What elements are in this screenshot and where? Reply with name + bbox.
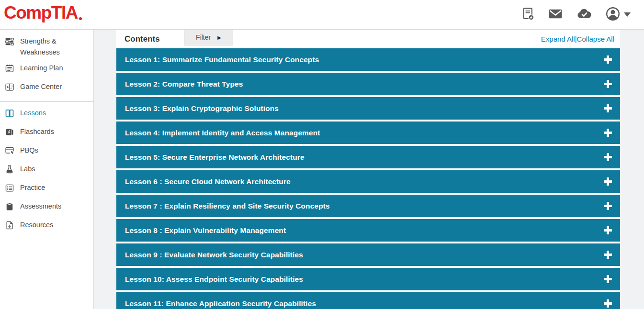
plus-icon[interactable]: [604, 153, 612, 161]
lesson-accordion-11[interactable]: Lesson 11: Enhance Application Security …: [116, 292, 620, 309]
sidebar: Strengths & Weaknesses Learning Plan: [0, 30, 94, 309]
header-icon-group: [522, 6, 631, 23]
plus-icon[interactable]: [604, 226, 612, 234]
caret-down-icon: [624, 12, 631, 17]
plus-icon[interactable]: [604, 177, 612, 186]
plus-icon[interactable]: [604, 129, 612, 137]
learning-plan-icon: [5, 63, 14, 77]
lesson-title: Lesson 1: Summarize Fundamental Security…: [125, 55, 319, 64]
sidebar-item-labs[interactable]: Labs: [0, 161, 93, 180]
lesson-accordion-6[interactable]: Lesson 6 : Secure Cloud Network Architec…: [116, 170, 620, 193]
plus-icon[interactable]: [604, 80, 612, 88]
plus-icon[interactable]: [604, 104, 612, 112]
sidebar-item-label: PBQs: [20, 145, 38, 156]
plus-icon[interactable]: [604, 299, 612, 308]
lesson-accordion-10[interactable]: Lesson 10: Assess Endpoint Security Capa…: [116, 268, 620, 290]
plus-icon[interactable]: [604, 251, 612, 259]
lesson-accordion-9[interactable]: Lesson 9 : Evaluate Network Security Cap…: [116, 243, 620, 266]
sidebar-item-game-center[interactable]: Game Center: [0, 79, 93, 98]
sidebar-item-pbqs[interactable]: PBQs: [0, 143, 93, 161]
lesson-accordion-1[interactable]: Lesson 1: Summarize Fundamental Security…: [116, 48, 620, 71]
sidebar-item-label: Game Center: [20, 81, 62, 92]
sidebar-separator: [0, 101, 93, 102]
lesson-title: Lesson 7 : Explain Resiliency and Site S…: [125, 202, 330, 210]
mail-icon: [548, 7, 563, 22]
cloud-check-icon: [576, 7, 592, 22]
sidebar-item-label: Practice: [20, 182, 45, 193]
messages-button[interactable]: [548, 7, 563, 22]
assessments-clipboard-icon: [5, 201, 14, 215]
contents-header: Contents Filter ▶ Expand All|Collapse Al…: [116, 30, 620, 48]
game-center-icon: [5, 81, 14, 95]
resources-download-doc-icon: [5, 220, 14, 233]
flashcards-icon: [5, 126, 14, 140]
registered-mark-dot: [79, 17, 82, 20]
collapse-all-link[interactable]: Collapse All: [577, 35, 614, 43]
sidebar-item-resources[interactable]: Resources: [0, 217, 93, 236]
lesson-title: Lesson 4: Implement Identity and Access …: [125, 129, 320, 137]
sidebar-item-label: Labs: [20, 164, 35, 175]
page-title: Contents: [124, 34, 160, 44]
lesson-accordion-3[interactable]: Lesson 3: Explain Cryptographic Solution…: [116, 97, 620, 120]
sidebar-item-strengths-weaknesses[interactable]: Strengths & Weaknesses: [0, 33, 93, 60]
lesson-accordion-8[interactable]: Lesson 8 : Explain Vulnerability Managem…: [116, 219, 620, 242]
lesson-accordion-2[interactable]: Lesson 2: Compare Threat Types: [116, 73, 620, 95]
plus-icon[interactable]: [604, 275, 612, 283]
transcript-button[interactable]: [522, 7, 535, 22]
filter-button[interactable]: Filter ▶: [184, 30, 233, 45]
cloud-sync-button[interactable]: [576, 7, 592, 22]
lesson-title: Lesson 6 : Secure Cloud Network Architec…: [125, 177, 291, 186]
sidebar-item-assessments[interactable]: Assessments: [0, 199, 93, 217]
sidebar-item-practice[interactable]: Practice: [0, 180, 93, 199]
sidebar-item-label: Flashcards: [20, 126, 54, 137]
practice-list-icon: [5, 182, 14, 196]
lesson-accordion-7[interactable]: Lesson 7 : Explain Resiliency and Site S…: [116, 195, 620, 217]
strengths-icon: [5, 36, 14, 50]
lesson-title: Lesson 3: Explain Cryptographic Solution…: [125, 104, 279, 113]
labs-flask-icon: [5, 164, 14, 177]
plus-icon[interactable]: [604, 202, 612, 210]
lesson-title: Lesson 11: Enhance Application Security …: [125, 299, 316, 308]
comptia-logo-text: CompTIA: [4, 4, 78, 22]
page-body: Strengths & Weaknesses Learning Plan: [0, 30, 644, 309]
pbqs-window-cursor-icon: [5, 145, 14, 159]
expand-collapse-links: Expand All|Collapse All: [541, 35, 614, 43]
main-content: Contents Filter ▶ Expand All|Collapse Al…: [94, 30, 644, 309]
filter-arrow-icon: ▶: [217, 35, 221, 40]
sidebar-item-flashcards[interactable]: Flashcards: [0, 124, 93, 143]
sidebar-item-label: Resources: [20, 220, 53, 231]
contents-panel: Contents Filter ▶ Expand All|Collapse Al…: [116, 30, 620, 309]
profile-icon: [605, 6, 621, 23]
sidebar-item-lessons[interactable]: Lessons: [0, 105, 93, 124]
lessons-book-icon: [5, 108, 14, 121]
comptia-logo[interactable]: CompTIA: [4, 4, 82, 25]
lesson-title: Lesson 2: Compare Threat Types: [125, 80, 243, 88]
transcript-icon: [522, 7, 535, 22]
profile-menu-button[interactable]: [605, 6, 631, 23]
lesson-title: Lesson 5: Secure Enterprise Network Arch…: [125, 153, 305, 162]
lesson-accordion-5[interactable]: Lesson 5: Secure Enterprise Network Arch…: [116, 146, 620, 168]
filter-label: Filter: [196, 33, 211, 41]
app-header: CompTIA: [0, 0, 644, 30]
sidebar-item-learning-plan[interactable]: Learning Plan: [0, 60, 93, 79]
lesson-title: Lesson 8 : Explain Vulnerability Managem…: [125, 226, 286, 235]
plus-icon[interactable]: [604, 55, 612, 64]
lesson-accordion-4[interactable]: Lesson 4: Implement Identity and Access …: [116, 121, 620, 144]
lesson-title: Lesson 9 : Evaluate Network Security Cap…: [125, 251, 303, 259]
sidebar-item-label: Learning Plan: [20, 63, 63, 74]
lesson-accordion-list: Lesson 1: Summarize Fundamental Security…: [116, 48, 620, 309]
lesson-title: Lesson 10: Assess Endpoint Security Capa…: [125, 275, 303, 284]
sidebar-item-label: Assessments: [20, 201, 61, 212]
screen: CompTIA: [0, 0, 644, 309]
expand-all-link[interactable]: Expand All: [541, 35, 575, 43]
sidebar-item-label: Lessons: [20, 108, 46, 119]
sidebar-item-label: Strengths & Weaknesses: [20, 36, 90, 58]
